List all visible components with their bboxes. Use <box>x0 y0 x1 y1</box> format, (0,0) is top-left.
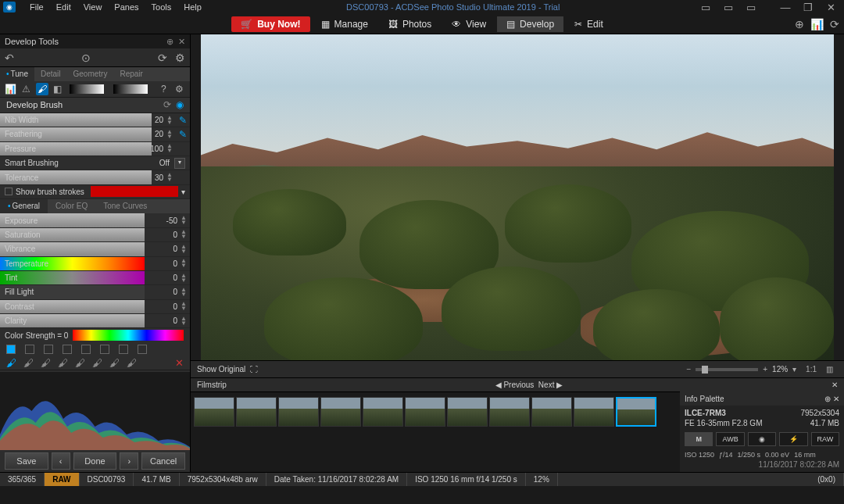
menu-view[interactable]: View <box>77 2 109 12</box>
menu-tools[interactable]: Tools <box>145 2 178 12</box>
thumb-3[interactable] <box>278 397 319 427</box>
nib-width-param[interactable]: Nib Width 20▲▼ ✎ <box>0 113 190 127</box>
one-to-one-icon[interactable]: 1:1 <box>806 365 817 374</box>
close-icon[interactable]: ✕ <box>821 2 841 13</box>
brush-slot-5-icon[interactable]: 🖌 <box>75 357 85 369</box>
clarity-param[interactable]: Clarity0▲▼ <box>0 314 190 328</box>
color-dropdown-icon[interactable]: ▾ <box>181 188 185 196</box>
menu-panes[interactable]: Panes <box>108 2 145 12</box>
menu-help[interactable]: Help <box>177 2 208 12</box>
exposure-param[interactable]: Exposure-50▲▼ <box>0 213 190 227</box>
saturation-param[interactable]: Saturation0▲▼ <box>0 228 190 242</box>
undo-icon[interactable]: ↶ <box>5 52 14 64</box>
thumb-9[interactable] <box>531 397 572 427</box>
settings-icon[interactable]: ⚙ <box>173 83 185 95</box>
buy-now-button[interactable]: 🛒 Buy Now! <box>231 16 309 32</box>
menu-edit[interactable]: Edit <box>50 2 77 12</box>
show-original-button[interactable]: Show Original <box>197 365 245 374</box>
done-button[interactable]: Done <box>73 452 117 470</box>
layout-icon-2[interactable]: ▭ <box>718 2 738 13</box>
brush-slot-6-icon[interactable]: 🖌 <box>92 357 102 369</box>
zoom-out-icon[interactable]: − <box>686 365 691 374</box>
tab-repair[interactable]: Repair <box>113 67 148 81</box>
raw-chip[interactable]: RAW <box>811 432 839 446</box>
thumb-6[interactable] <box>405 397 445 427</box>
cancel-button[interactable]: Cancel <box>141 452 185 470</box>
thumb-11[interactable] <box>616 397 656 427</box>
reset-brush-icon[interactable]: ⟳ <box>163 99 171 110</box>
meter-chip[interactable]: ◉ <box>748 432 776 446</box>
tab-detail[interactable]: Detail <box>34 67 67 81</box>
contrast-param[interactable]: Contrast0▲▼ <box>0 300 190 314</box>
maximize-icon[interactable]: ❐ <box>798 2 818 13</box>
film-next-button[interactable]: Next ▶ <box>538 381 563 389</box>
three-six-five-icon[interactable]: ⊕ <box>795 18 804 30</box>
mode-develop[interactable]: ▤Develop <box>497 16 563 32</box>
prev-button[interactable]: ‹ <box>52 452 70 470</box>
menu-file[interactable]: File <box>23 2 50 12</box>
thumb-2[interactable] <box>236 397 277 427</box>
brush-slot-1-icon[interactable]: 🖌 <box>6 357 16 369</box>
vibrance-param[interactable]: Vibrance0▲▼ <box>0 242 190 256</box>
sync-icon[interactable]: ⟳ <box>830 18 839 30</box>
tolerance-param[interactable]: Tolerance 30▲▼ <box>0 170 190 184</box>
thumb-4[interactable] <box>320 397 361 427</box>
mode-manage[interactable]: ▦Manage <box>312 16 377 32</box>
layout-icon-1[interactable]: ▭ <box>696 2 716 13</box>
layout-icon-3[interactable]: ▭ <box>741 2 761 13</box>
pin-icon[interactable]: ⊕ <box>166 37 173 47</box>
tab-general[interactable]: General <box>0 199 48 213</box>
brush-slot-3-icon[interactable]: 🖌 <box>41 357 51 369</box>
gradient-tool-icon[interactable]: ◧ <box>52 83 64 95</box>
feathering-param[interactable]: Feathering 20▲▼ ✎ <box>0 127 190 141</box>
info-pin-icon[interactable]: ⊕ <box>824 395 831 403</box>
thumb-1[interactable] <box>194 397 234 427</box>
delete-brush-icon[interactable]: ✕ <box>175 357 184 369</box>
thumb-8[interactable] <box>489 397 530 427</box>
brush-check-1[interactable] <box>6 345 16 354</box>
film-prev-button[interactable]: ◀ Previous <box>495 381 535 389</box>
pressure-param[interactable]: Pressure 100▲▼ <box>0 142 190 156</box>
show-strokes-row[interactable]: Show brush strokes ▾ <box>0 185 190 199</box>
tab-tone-curves[interactable]: Tone Curves <box>95 199 155 213</box>
help-icon[interactable]: ? <box>157 83 170 95</box>
refresh-icon[interactable]: ⟳ <box>158 52 167 64</box>
color-strength-row[interactable]: Color Strength = 0 <box>0 328 190 341</box>
save-button[interactable]: Save <box>5 452 48 470</box>
mode-view[interactable]: 👁View <box>442 16 495 32</box>
gear-icon[interactable]: ⚙ <box>175 52 185 64</box>
tab-color-eq[interactable]: Color EQ <box>48 199 95 213</box>
thumb-5[interactable] <box>363 397 403 427</box>
smart-brushing-row[interactable]: Smart Brushing Off ▾ <box>0 156 190 170</box>
brush-tool-icon[interactable]: 🖌 <box>36 83 48 95</box>
eyedrop-icon-2[interactable]: ✎ <box>176 129 190 140</box>
flash-chip[interactable]: ⚡ <box>779 432 807 446</box>
tab-geometry[interactable]: Geometry <box>67 67 114 81</box>
thumb-7[interactable] <box>447 397 488 427</box>
layout-toggle-icon[interactable]: ▥ <box>826 365 833 374</box>
brush-check-7[interactable] <box>119 345 128 354</box>
thumb-10[interactable] <box>574 397 614 427</box>
brush-check-6[interactable] <box>100 345 109 354</box>
mode-photos[interactable]: 🖼Photos <box>379 16 441 32</box>
info-close-icon[interactable]: ✕ <box>833 395 839 403</box>
filmstrip[interactable] <box>191 391 680 431</box>
histogram-icon[interactable]: 📊 <box>5 83 17 95</box>
strokes-checkbox[interactable] <box>5 188 13 195</box>
brush-slot-7-icon[interactable]: 🖌 <box>109 357 120 369</box>
tint-param[interactable]: Tint0▲▼ <box>0 271 190 285</box>
temperature-param[interactable]: Temperature0▲▼ <box>0 257 190 271</box>
mode-edit[interactable]: ✂Edit <box>565 16 613 32</box>
brush-check-8[interactable] <box>138 345 147 354</box>
stroke-color-swatch[interactable] <box>91 186 178 197</box>
next-button[interactable]: › <box>120 452 138 470</box>
panel-close-icon[interactable]: ✕ <box>178 37 185 47</box>
minimize-icon[interactable]: — <box>775 2 796 13</box>
fit-icon[interactable]: ▾ <box>792 365 796 374</box>
fill-light-param[interactable]: Fill Light0▲▼ <box>0 285 190 299</box>
target-icon[interactable]: ⊙ <box>81 52 91 64</box>
filmstrip-close-icon[interactable]: ✕ <box>831 381 838 389</box>
tab-tune[interactable]: Tune <box>0 67 34 81</box>
warning-icon[interactable]: ⚠ <box>20 83 33 95</box>
brush-check-5[interactable] <box>81 345 91 354</box>
